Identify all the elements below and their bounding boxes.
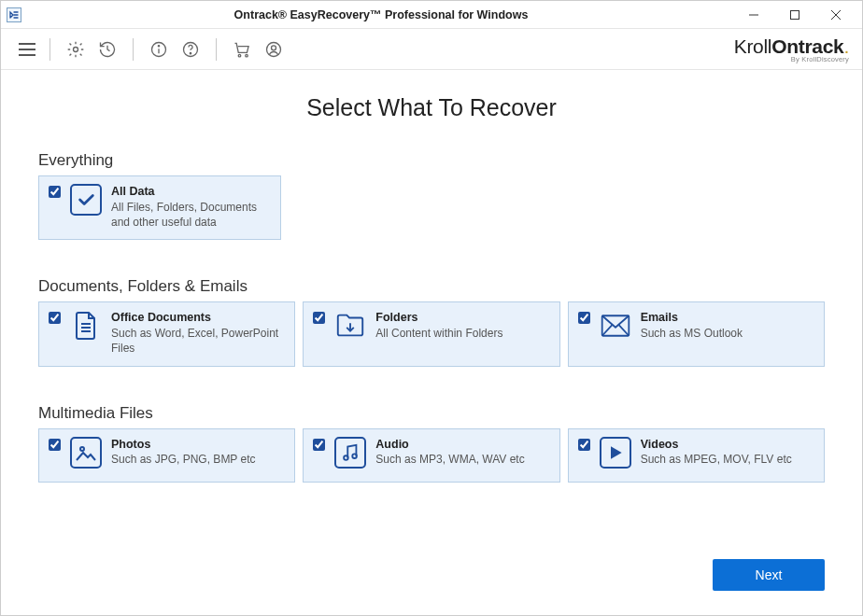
- svg-point-25: [353, 454, 358, 458]
- card-text: Folders All Content within Folders: [375, 310, 502, 341]
- card-desc: Such as MP3, WMA, WAV etc: [375, 452, 524, 467]
- card-emails[interactable]: Emails Such as MS Outlook: [568, 301, 825, 366]
- svg-rect-2: [791, 10, 799, 19]
- svg-marker-26: [611, 446, 622, 458]
- card-desc: Such as JPG, PNG, BMP etc: [111, 452, 256, 467]
- card-title: Audio: [375, 437, 524, 453]
- checkbox-photos[interactable]: [49, 439, 61, 451]
- close-button[interactable]: [815, 2, 856, 28]
- brand-left: Kroll: [734, 35, 772, 57]
- card-title: Emails: [641, 310, 743, 326]
- card-desc: All Content within Folders: [375, 326, 502, 341]
- content-area: Select What To Recover Everything All Da…: [1, 70, 862, 548]
- card-title: Folders: [375, 310, 502, 326]
- help-icon[interactable]: [178, 37, 203, 62]
- cart-icon[interactable]: [230, 37, 254, 62]
- svg-point-17: [272, 45, 276, 49]
- settings-icon[interactable]: [64, 37, 88, 62]
- svg-point-8: [74, 47, 78, 51]
- card-title: Office Documents: [111, 310, 285, 326]
- card-text: All Data All Files, Folders, Documents a…: [111, 184, 271, 230]
- card-text: Office Documents Such as Word, Excel, Po…: [111, 310, 285, 356]
- card-videos[interactable]: Videos Such as MPEG, MOV, FLV etc: [568, 428, 825, 483]
- svg-point-14: [238, 54, 241, 56]
- row-media: Photos Such as JPG, PNG, BMP etc Audio S…: [38, 428, 825, 483]
- toolbar-separator: [216, 38, 217, 61]
- checkbox-office-documents[interactable]: [49, 312, 61, 324]
- titlebar: Ontrack® EasyRecovery™ Professional for …: [1, 1, 862, 29]
- checkbox-videos[interactable]: [578, 439, 590, 451]
- user-icon[interactable]: [262, 37, 286, 62]
- checkbox-audio[interactable]: [313, 439, 325, 451]
- svg-point-13: [190, 52, 191, 53]
- maximize-button[interactable]: [774, 2, 815, 28]
- audio-icon: [334, 437, 366, 469]
- svg-point-15: [246, 54, 248, 56]
- window-controls: [733, 2, 856, 28]
- card-folders[interactable]: Folders All Content within Folders: [303, 301, 559, 366]
- card-text: Audio Such as MP3, WMA, WAV etc: [375, 437, 524, 468]
- menu-button[interactable]: [14, 36, 40, 63]
- toolbar-separator: [133, 38, 134, 61]
- email-icon: [600, 310, 631, 342]
- card-all-data[interactable]: All Data All Files, Folders, Documents a…: [38, 175, 281, 240]
- card-office-documents[interactable]: Office Documents Such as Word, Excel, Po…: [38, 301, 295, 366]
- row-everything: All Data All Files, Folders, Documents a…: [38, 175, 825, 240]
- card-title: Photos: [111, 437, 256, 453]
- folder-icon: [334, 310, 366, 342]
- checkbox-all-data[interactable]: [49, 186, 61, 198]
- section-label-everything: Everything: [38, 151, 825, 170]
- app-window: Ontrack® EasyRecovery™ Professional for …: [0, 0, 863, 616]
- section-label-docs: Documents, Folders & Emails: [38, 277, 825, 296]
- next-button[interactable]: Next: [713, 559, 825, 591]
- brand-area: KrollOntrack. By KrollDiscovery: [734, 35, 849, 63]
- checkbox-folders[interactable]: [313, 312, 325, 324]
- svg-point-24: [344, 455, 348, 460]
- section-label-media: Multimedia Files: [38, 404, 825, 423]
- card-desc: Such as Word, Excel, PowerPoint Files: [111, 326, 285, 356]
- card-title: Videos: [641, 437, 792, 453]
- checkbox-emails[interactable]: [578, 312, 590, 324]
- row-docs: Office Documents Such as Word, Excel, Po…: [38, 301, 825, 366]
- svg-point-16: [267, 42, 281, 56]
- card-desc: Such as MS Outlook: [641, 326, 743, 341]
- toolbar-separator: [50, 38, 50, 61]
- page-title: Select What To Recover: [38, 94, 825, 121]
- card-desc: Such as MPEG, MOV, FLV etc: [641, 452, 792, 467]
- card-audio[interactable]: Audio Such as MP3, WMA, WAV etc: [303, 428, 559, 483]
- minimize-button[interactable]: [733, 2, 774, 28]
- card-desc: All Files, Folders, Documents and other …: [111, 200, 271, 230]
- svg-point-23: [80, 447, 84, 451]
- card-text: Emails Such as MS Outlook: [641, 310, 743, 341]
- app-icon: [7, 7, 21, 22]
- video-icon: [600, 437, 631, 469]
- info-icon[interactable]: [147, 37, 171, 62]
- document-icon: [70, 310, 102, 342]
- card-title: All Data: [111, 184, 271, 200]
- brand-right: Ontrack: [771, 35, 843, 57]
- card-text: Videos Such as MPEG, MOV, FLV etc: [641, 437, 792, 468]
- window-title: Ontrack® EasyRecovery™ Professional for …: [29, 8, 733, 21]
- card-text: Photos Such as JPG, PNG, BMP etc: [111, 437, 256, 468]
- history-icon[interactable]: [95, 37, 120, 62]
- footer: Next: [1, 548, 862, 615]
- card-photos[interactable]: Photos Such as JPG, PNG, BMP etc: [38, 428, 295, 483]
- svg-point-11: [158, 45, 159, 46]
- check-icon: [70, 184, 102, 216]
- brand-subtext: By KrollDiscovery: [791, 55, 849, 63]
- toolbar: KrollOntrack. By KrollDiscovery: [1, 29, 862, 70]
- photo-icon: [70, 437, 102, 469]
